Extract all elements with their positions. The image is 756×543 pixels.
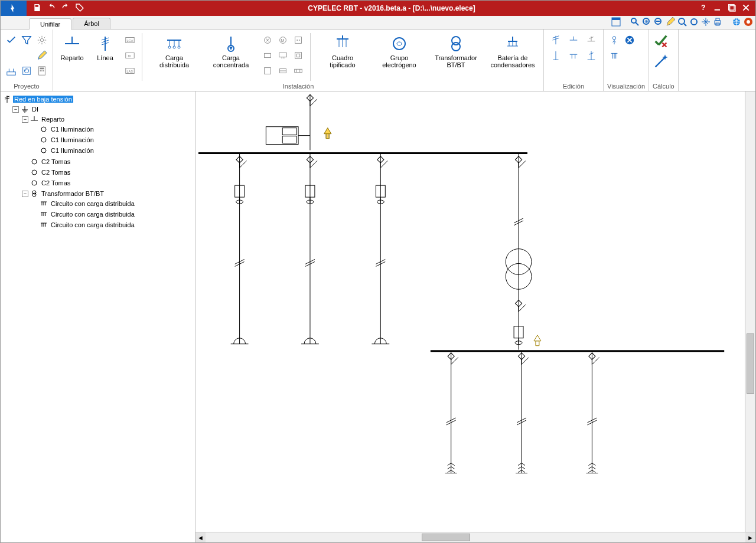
trafo-icon xyxy=(30,189,38,198)
maximize-icon[interactable] xyxy=(727,3,737,14)
globe-icon[interactable] xyxy=(732,17,741,28)
zoom-extents-icon[interactable] xyxy=(689,17,699,28)
collapse-icon[interactable]: − xyxy=(22,191,28,197)
collapse-icon[interactable]: − xyxy=(22,116,28,123)
las-icon[interactable]: LAS xyxy=(123,64,137,78)
svg-point-21 xyxy=(40,38,43,41)
tree-c2-2[interactable]: C2 Tomas xyxy=(22,168,194,177)
print-icon[interactable] xyxy=(713,17,722,28)
svg-point-20 xyxy=(747,20,750,24)
title-bar: CYPELEC RBT - v2016.beta.a - [D:\...\nue… xyxy=(1,1,755,16)
svg-rect-151 xyxy=(282,128,296,135)
pan-icon[interactable] xyxy=(701,17,711,28)
tree-circ-1[interactable]: Circuito con carga distribuida xyxy=(31,199,194,208)
cuadro-tipificado-button[interactable]: Cuadro tipificado xyxy=(315,33,370,70)
tree-c2-3[interactable]: C2 Tomas xyxy=(22,178,194,188)
tree-reparto[interactable]: − Reparto xyxy=(22,115,194,124)
horizontal-scrollbar[interactable]: ◄► xyxy=(195,532,755,542)
socket-icon[interactable] xyxy=(291,33,305,47)
edit2-icon[interactable] xyxy=(565,33,582,47)
tree-circ-2[interactable]: Circuito con carga distribuida xyxy=(31,210,194,219)
svg-point-127 xyxy=(32,193,36,197)
box3-icon[interactable] xyxy=(291,64,305,78)
tree-c1-3[interactable]: C1 Iluminación xyxy=(31,146,194,155)
svg-rect-25 xyxy=(23,67,31,75)
zoom-out-icon[interactable] xyxy=(654,17,663,28)
ground-icon xyxy=(21,105,29,113)
config-icon[interactable] xyxy=(744,17,753,28)
svg-point-48 xyxy=(168,46,171,48)
panel-icon[interactable] xyxy=(19,64,34,78)
gear-icon[interactable] xyxy=(35,33,49,47)
window-icon[interactable] xyxy=(611,17,621,28)
edit1-icon[interactable] xyxy=(548,33,564,47)
group-visualizacion-label: Visualización xyxy=(607,81,645,91)
svg-point-121 xyxy=(41,138,46,142)
carga-distribuida-button[interactable]: Carga distribuida xyxy=(147,33,201,70)
svg-point-76 xyxy=(393,38,405,50)
tree-root[interactable]: Red en baja tensión xyxy=(3,94,194,104)
motor-icon[interactable]: M xyxy=(276,33,290,47)
tag-icon[interactable] xyxy=(75,3,84,14)
grupo-electrogeno-button[interactable]: Grupo electrógeno xyxy=(372,33,426,70)
help-icon[interactable]: ? xyxy=(699,3,708,14)
tab-arbol[interactable]: Árbol xyxy=(73,18,110,29)
linea-button[interactable]: Línea xyxy=(90,33,120,63)
edit5-icon[interactable] xyxy=(565,48,582,63)
zoom-window-icon[interactable] xyxy=(677,17,687,28)
svg-point-78 xyxy=(452,42,460,51)
svg-text:⊕: ⊕ xyxy=(644,19,649,24)
vertical-scrollbar[interactable] xyxy=(745,91,755,532)
vis1-icon[interactable] xyxy=(607,33,621,47)
pencil-icon[interactable] xyxy=(666,17,675,28)
edit6-icon[interactable] xyxy=(583,48,599,63)
device-icon[interactable] xyxy=(291,48,305,63)
edit4-icon[interactable] xyxy=(548,48,564,63)
tab-unifilar[interactable]: Unifilar xyxy=(29,18,71,30)
close-icon[interactable] xyxy=(741,3,751,14)
svg-text:LAS: LAS xyxy=(127,70,133,73)
diagram-icon[interactable] xyxy=(4,64,18,78)
lga-icon[interactable]: LGA xyxy=(123,33,137,47)
calc-check-icon[interactable] xyxy=(653,33,669,50)
screen-icon[interactable] xyxy=(276,48,290,63)
tree-c2-1[interactable]: C2 Tomas xyxy=(22,157,194,166)
svg-rect-56 xyxy=(295,37,302,44)
carga-concentrada-button[interactable]: Carga concentrada xyxy=(204,33,258,70)
svg-rect-16 xyxy=(716,18,719,21)
zoom-fit-icon[interactable]: ⊕ xyxy=(642,17,651,28)
edit-icon[interactable] xyxy=(35,48,49,63)
tree-c1-1[interactable]: C1 Iluminación xyxy=(31,125,194,134)
vis3-icon[interactable] xyxy=(607,48,621,63)
box1-icon[interactable] xyxy=(260,64,275,78)
transformador-button[interactable]: Transformador BT/BT xyxy=(429,33,483,70)
network-icon xyxy=(3,95,11,103)
find-icon[interactable] xyxy=(630,17,640,28)
edit3-icon[interactable] xyxy=(583,33,599,47)
tree-di[interactable]: − DI xyxy=(12,104,194,114)
box2-icon[interactable] xyxy=(276,64,290,78)
minimize-icon[interactable] xyxy=(713,3,722,14)
group-instalacion-label: Instalación xyxy=(57,81,540,91)
lamp-icon[interactable] xyxy=(260,33,275,47)
filter-icon[interactable] xyxy=(19,33,34,47)
reparto-button[interactable]: Reparto xyxy=(57,33,87,63)
wand-icon[interactable] xyxy=(653,53,669,70)
diagram-canvas[interactable] xyxy=(195,91,755,532)
tree-c1-2[interactable]: C1 Iluminación xyxy=(31,135,194,145)
heater-icon[interactable] xyxy=(260,48,275,63)
save-icon[interactable] xyxy=(32,3,42,14)
undo-icon[interactable] xyxy=(47,3,56,14)
svg-point-49 xyxy=(173,46,175,48)
redo-icon[interactable] xyxy=(61,3,70,14)
collapse-icon[interactable]: − xyxy=(12,106,19,113)
vis-cancel-icon[interactable] xyxy=(623,33,637,47)
calc-icon[interactable] xyxy=(35,64,49,78)
tree-trafo[interactable]: − Transformador BT/BT xyxy=(22,189,194,198)
bateria-condensadores-button[interactable]: Batería de condensadores xyxy=(485,33,540,70)
check-icon[interactable] xyxy=(4,33,18,47)
svg-point-120 xyxy=(41,127,46,132)
tree-circ-3[interactable]: Circuito con carga distribuida xyxy=(31,220,194,230)
circle-icon xyxy=(30,158,38,166)
di-icon[interactable]: DI xyxy=(123,48,137,63)
